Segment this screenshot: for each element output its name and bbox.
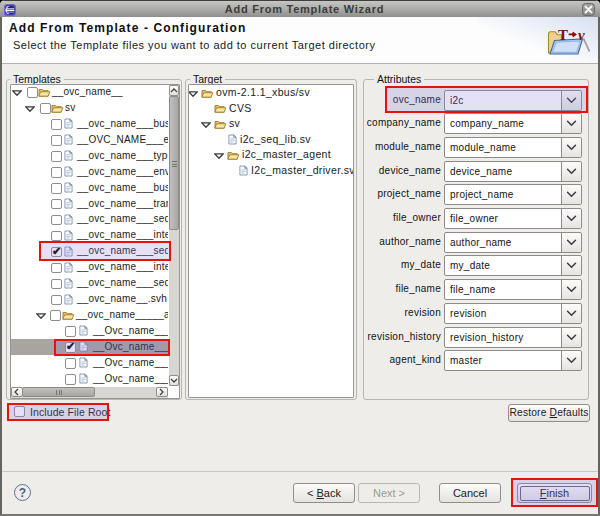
svg-text:T: T bbox=[558, 27, 568, 43]
svg-text:ν: ν bbox=[578, 27, 585, 43]
